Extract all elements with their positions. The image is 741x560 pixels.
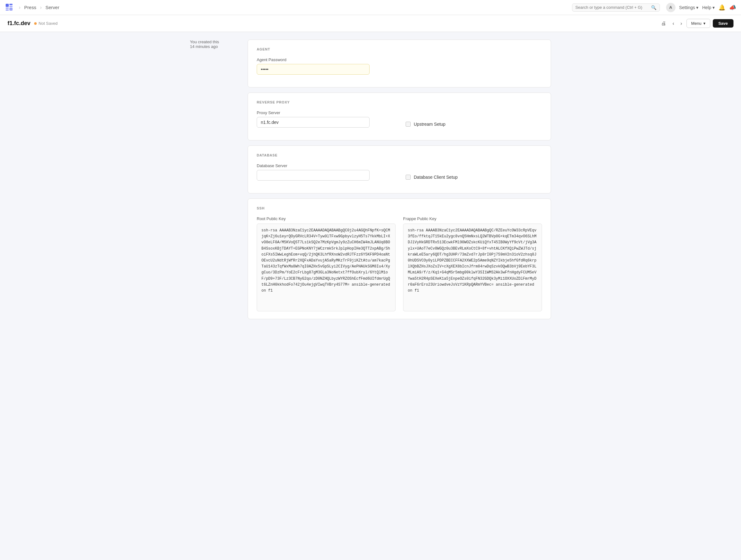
root-key-col: Root Public Key ssh-rsa AAAAB3NzaC1yc2EA…	[257, 216, 396, 311]
frappe-key-col: Frappe Public Key ssh-rsa AAAAB3NzaC1yc2…	[403, 216, 542, 311]
notifications-button[interactable]: 🔔	[719, 4, 725, 11]
doc-title: f1.fc.dev	[7, 20, 30, 27]
not-saved-dot	[34, 22, 37, 25]
svg-rect-4	[9, 6, 12, 7]
search-bar[interactable]: 🔍	[572, 3, 660, 12]
sub-header-right: 🖨 ‹ › Menu ▾ Save	[659, 19, 734, 28]
frappe-key-label: Frappe Public Key	[403, 216, 542, 221]
reverse-proxy-title: REVERSE PROXY	[257, 100, 542, 104]
sub-header-left: f1.fc.dev Not Saved	[7, 20, 58, 27]
not-saved-badge: Not Saved	[34, 21, 58, 26]
database-section: DATABASE Database Server Database Client…	[248, 145, 551, 193]
frappe-key-value: ssh-rsa AAAAB3NzaC1yc2EAAAADAQABAABgQC/R…	[403, 224, 542, 311]
db-server-input[interactable]	[257, 170, 369, 181]
breadcrumb-sep-2: ›	[40, 5, 42, 10]
database-section-title: DATABASE	[257, 153, 542, 157]
main-layout: You created this 14 minutes ago AGENT Ag…	[183, 32, 558, 332]
database-row: Database Server Database Client Setup	[257, 163, 542, 186]
sidebar-meta: You created this 14 minutes ago	[190, 40, 240, 324]
next-button[interactable]: ›	[679, 19, 684, 27]
svg-rect-5	[9, 7, 12, 11]
menu-chevron-icon: ▾	[703, 21, 705, 26]
agent-section-title: AGENT	[257, 47, 542, 51]
ssh-section-title: SSH	[257, 206, 542, 210]
breadcrumb-press[interactable]: Press	[24, 5, 36, 10]
upstream-setup-label: Upstream Setup	[414, 122, 446, 127]
created-action: created this	[198, 40, 219, 44]
agent-section: AGENT Agent Password	[248, 40, 551, 87]
db-client-setup-col: Database Client Setup	[406, 163, 542, 180]
upstream-setup-col: Upstream Setup	[406, 110, 542, 127]
help-button[interactable]: Help ▾	[702, 5, 715, 10]
settings-chevron-icon: ▾	[696, 5, 698, 10]
settings-button[interactable]: Settings ▾	[679, 5, 699, 10]
root-key-value: ssh-rsa AAAAB3NzaC1yc2EAAAADAQABAABgQC0j…	[257, 224, 396, 311]
search-icon: 🔍	[651, 5, 656, 10]
upstream-setup-checkbox[interactable]	[406, 122, 411, 127]
form-content: AGENT Agent Password REVERSE PROXY Proxy…	[248, 40, 551, 324]
breadcrumb-sep-1: ›	[19, 5, 20, 10]
ssh-keys-row: Root Public Key ssh-rsa AAAAB3NzaC1yc2EA…	[257, 216, 542, 311]
proxy-server-group: Proxy Server	[257, 110, 393, 128]
created-time: 14 minutes ago	[190, 44, 218, 49]
help-chevron-icon: ▾	[713, 5, 715, 10]
menu-button[interactable]: Menu ▾	[686, 19, 710, 28]
svg-rect-0	[6, 4, 9, 7]
reverse-proxy-section: REVERSE PROXY Proxy Server Upstream Setu…	[248, 92, 551, 140]
print-button[interactable]: 🖨	[659, 19, 668, 27]
navbar-actions: A Settings ▾ Help ▾ 🔔 📣	[666, 3, 736, 12]
db-client-setup-checkbox[interactable]	[406, 175, 411, 180]
svg-rect-1	[9, 4, 12, 5]
svg-rect-2	[6, 7, 9, 9]
root-key-label: Root Public Key	[257, 216, 396, 221]
agent-password-group: Agent Password	[257, 57, 542, 75]
ssh-section: SSH Root Public Key ssh-rsa AAAAB3NzaC1y…	[248, 198, 551, 319]
created-by: You	[190, 40, 197, 44]
db-client-setup-checkbox-label[interactable]: Database Client Setup	[406, 175, 542, 180]
agent-password-label: Agent Password	[257, 57, 542, 62]
save-button[interactable]: Save	[713, 19, 734, 27]
reverse-proxy-row: Proxy Server Upstream Setup	[257, 110, 542, 133]
sub-header: f1.fc.dev Not Saved 🖨 ‹ › Menu ▾ Save	[0, 15, 741, 32]
svg-rect-3	[6, 9, 9, 11]
app-logo[interactable]	[5, 3, 14, 12]
not-saved-label: Not Saved	[39, 21, 58, 26]
proxy-server-col: Proxy Server	[257, 110, 393, 133]
announcements-button[interactable]: 📣	[729, 4, 736, 11]
proxy-server-input[interactable]	[257, 117, 369, 128]
prev-button[interactable]: ‹	[670, 19, 676, 27]
db-server-label: Database Server	[257, 163, 393, 168]
avatar[interactable]: A	[666, 3, 675, 12]
agent-password-input[interactable]	[257, 64, 369, 75]
db-server-group: Database Server	[257, 163, 393, 181]
proxy-server-label: Proxy Server	[257, 110, 393, 115]
breadcrumb-server[interactable]: Server	[46, 5, 59, 10]
db-client-setup-label: Database Client Setup	[414, 175, 458, 180]
navbar: › Press › Server 🔍 A Settings ▾ Help ▾ 🔔…	[0, 0, 741, 15]
db-server-col: Database Server	[257, 163, 393, 186]
search-input[interactable]	[576, 5, 650, 10]
upstream-setup-checkbox-label[interactable]: Upstream Setup	[406, 122, 542, 127]
